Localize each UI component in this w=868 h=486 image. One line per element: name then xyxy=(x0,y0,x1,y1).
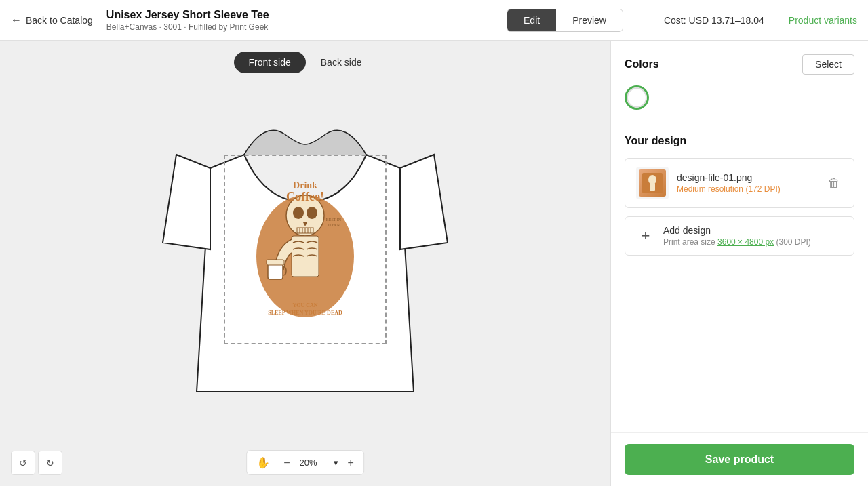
design-filename: design-file-01.png xyxy=(677,172,817,183)
svg-text:SLEEP WHEN YOU'RE DEAD: SLEEP WHEN YOU'RE DEAD xyxy=(268,310,342,316)
pan-icon: ✋ xyxy=(256,456,270,469)
add-design-icon: + xyxy=(636,226,655,245)
undo-icon: ↺ xyxy=(19,458,27,468)
zoom-toolbar: ✋ − 20% 50% 100% ▾ + xyxy=(246,450,364,475)
minus-icon: − xyxy=(283,457,290,469)
design-placeholder: Drink Coffee! YOU CAN SLEEP WHEN YOU'RE … xyxy=(225,156,385,343)
svg-text:BEST IN: BEST IN xyxy=(326,218,342,222)
undo-redo-group: ↺ ↻ xyxy=(11,451,62,475)
product-info: Unisex Jersey Short Sleeve Tee Bella+Can… xyxy=(106,9,493,32)
svg-text:YOU CAN: YOU CAN xyxy=(292,302,317,308)
colors-select-button[interactable]: Select xyxy=(802,54,854,75)
delete-design-button[interactable]: 🗑 xyxy=(825,174,843,193)
product-title: Unisex Jersey Short Sleeve Tee xyxy=(106,9,493,21)
cost-display: Cost: USD 13.71–18.04 xyxy=(664,15,764,26)
svg-text:Drink: Drink xyxy=(293,180,317,190)
redo-button[interactable]: ↻ xyxy=(38,451,62,475)
design-artwork: Drink Coffee! YOU CAN SLEEP WHEN YOU'RE … xyxy=(244,168,366,331)
back-side-tab[interactable]: Back side xyxy=(306,52,377,73)
your-design-title: Your design xyxy=(625,135,854,147)
svg-point-20 xyxy=(648,175,656,184)
design-file-info: design-file-01.png Medium resolution (17… xyxy=(677,172,817,194)
white-color-swatch[interactable] xyxy=(625,85,649,110)
zoom-display: 20% 50% 100% ▾ xyxy=(300,458,338,468)
swatch-inner xyxy=(627,87,647,108)
pan-tool-button[interactable]: ✋ xyxy=(252,453,274,472)
design-thumbnail xyxy=(636,167,669,199)
trash-icon: 🗑 xyxy=(828,176,840,190)
plus-icon: + xyxy=(348,457,354,469)
print-area-link[interactable]: 3600 × 4800 px xyxy=(717,237,774,247)
undo-button[interactable]: ↺ xyxy=(11,451,35,475)
tshirt-canvas: Drink Coffee! YOU CAN SLEEP WHEN YOU'RE … xyxy=(156,66,454,419)
svg-rect-12 xyxy=(267,260,284,265)
product-subtitle: Bella+Canvas · 3001 · Fulfilled by Print… xyxy=(106,22,493,32)
your-design-section: Your design design-file-01.png Medium re… xyxy=(611,121,868,269)
preview-button[interactable]: Preview xyxy=(556,9,623,31)
edit-button[interactable]: Edit xyxy=(507,9,556,31)
add-design-info: Add design Print area size 3600 × 4800 p… xyxy=(663,225,843,247)
svg-point-2 xyxy=(293,207,304,219)
zoom-select[interactable]: 20% 50% 100% xyxy=(300,458,331,468)
svg-text:Coffee!: Coffee! xyxy=(286,190,324,203)
back-to-catalog-button[interactable]: ← Back to Catalog xyxy=(11,14,93,26)
colors-section: Colors Select xyxy=(611,41,868,121)
svg-rect-21 xyxy=(650,183,655,191)
svg-text:TOWN: TOWN xyxy=(328,223,340,227)
design-print-area[interactable]: Drink Coffee! YOU CAN SLEEP WHEN YOU'RE … xyxy=(224,155,387,344)
print-area-dpi: (300 DPI) xyxy=(774,237,811,247)
back-to-catalog-label: Back to Catalog xyxy=(26,15,93,26)
back-arrow-icon: ← xyxy=(11,14,22,26)
product-variants-link[interactable]: Product variants xyxy=(789,15,857,26)
dropdown-icon: ▾ xyxy=(334,458,338,468)
design-thumb-inner xyxy=(639,169,666,197)
edit-preview-toggle: Edit Preview xyxy=(507,9,623,32)
right-panel: Colors Select Your design xyxy=(610,41,868,486)
colors-title: Colors xyxy=(625,58,659,70)
print-area-prefix: Print area size xyxy=(663,237,717,247)
thumb-art xyxy=(642,173,663,193)
zoom-out-button[interactable]: − xyxy=(279,454,294,472)
front-side-tab[interactable]: Front side xyxy=(234,52,306,73)
side-tabs: Front side Back side xyxy=(234,52,377,73)
design-file-card: design-file-01.png Medium resolution (17… xyxy=(625,158,854,208)
add-design-sub: Print area size 3600 × 4800 px (300 DPI) xyxy=(663,237,843,247)
color-swatches-row xyxy=(625,85,854,110)
redo-icon: ↻ xyxy=(46,458,54,468)
save-btn-container: Save product xyxy=(611,432,868,486)
add-design-label: Add design xyxy=(663,225,843,236)
canvas-area: Front side Back side xyxy=(0,41,610,486)
save-product-button[interactable]: Save product xyxy=(625,444,854,475)
design-resolution: Medium resolution (172 DPI) xyxy=(677,184,817,194)
svg-point-3 xyxy=(307,207,317,219)
add-design-card[interactable]: + Add design Print area size 3600 × 4800… xyxy=(625,216,854,256)
zoom-in-button[interactable]: + xyxy=(344,454,358,472)
